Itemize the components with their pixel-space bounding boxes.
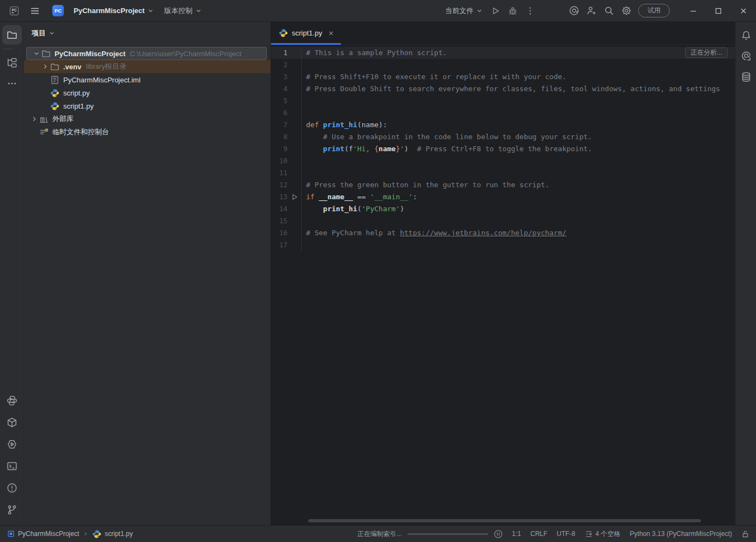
code-line[interactable]: 3# Press Shift+F10 to execute it or repl…	[271, 71, 735, 83]
breadcrumb-item[interactable]: script1.py	[92, 529, 133, 539]
close-button[interactable]	[731, 0, 756, 22]
gutter[interactable]	[287, 131, 302, 143]
more-actions-button[interactable]	[521, 2, 539, 20]
code-line[interactable]: 9 print(f'Hi, {name}') # Press Ctrl+F8 t…	[271, 143, 735, 155]
code-text: print(f'Hi, {name}') # Press Ctrl+F8 to …	[302, 143, 592, 155]
tree-row[interactable]: PyCharmMiscProject.iml	[24, 73, 271, 86]
gutter[interactable]	[287, 191, 302, 203]
structure-icon	[7, 57, 17, 68]
run-gutter-icon[interactable]	[291, 193, 298, 201]
code-with-me-button[interactable]	[583, 2, 600, 20]
gutter[interactable]	[287, 167, 302, 179]
chevron-down-icon[interactable]	[32, 49, 41, 58]
code-line[interactable]: 2	[271, 59, 735, 71]
code-line[interactable]: 17	[271, 239, 735, 251]
window-app-icon[interactable]: PC	[5, 2, 23, 20]
ai-assistant-tool-button[interactable]	[737, 47, 755, 65]
maximize-button[interactable]	[706, 0, 731, 22]
code-line[interactable]: 11	[271, 167, 735, 179]
trial-button[interactable]: 试用	[638, 4, 670, 17]
code-text: if __name__ == '__main__':	[302, 191, 417, 203]
code-line[interactable]: 4# Press Double Shift to search everywhe…	[271, 83, 735, 95]
notifications-button[interactable]	[737, 27, 755, 44]
iml-icon	[50, 75, 59, 85]
chevron-down-sm-icon	[195, 7, 202, 15]
code-editor[interactable]: 1# This is a sample Python script.正在分析..…	[271, 45, 735, 525]
search-button[interactable]	[600, 2, 617, 20]
gutter[interactable]	[287, 119, 302, 131]
main-menu-button[interactable]	[26, 2, 44, 20]
code-line[interactable]: 6	[271, 107, 735, 119]
project-panel-header[interactable]: 项目	[24, 22, 271, 44]
ai-assistant-button[interactable]	[565, 2, 583, 20]
code-line[interactable]: 15	[271, 215, 735, 227]
gutter[interactable]	[287, 227, 302, 239]
gutter[interactable]	[287, 107, 302, 119]
python-console-button[interactable]	[2, 391, 22, 410]
gutter[interactable]	[287, 215, 302, 227]
problems-button[interactable]	[2, 478, 22, 498]
readonly-toggle[interactable]	[741, 530, 749, 538]
python-packages-button[interactable]	[2, 413, 22, 432]
module-icon	[7, 530, 15, 538]
line-number: 8	[271, 131, 287, 143]
structure-tool-button[interactable]	[2, 53, 22, 73]
vcs-selector[interactable]: 版本控制	[161, 4, 206, 18]
python-packages-icon	[7, 417, 17, 428]
run-button[interactable]	[487, 2, 504, 20]
gutter[interactable]	[287, 239, 302, 251]
project-tool-button[interactable]	[2, 25, 22, 45]
gutter[interactable]	[287, 95, 302, 107]
tab-script1[interactable]: script1.py	[271, 22, 341, 44]
gutter[interactable]	[287, 155, 302, 167]
python-interpreter[interactable]: Python 3.13 (PyCharmMiscProject)	[630, 530, 732, 538]
code-line[interactable]: 14 print_hi('PyCharm')	[271, 203, 735, 215]
gutter[interactable]	[287, 203, 302, 215]
code-line[interactable]: 12# Press the green button in the gutter…	[271, 179, 735, 191]
gutter[interactable]	[287, 83, 302, 95]
more-tools-button[interactable]	[2, 74, 22, 93]
horizontal-scrollbar[interactable]	[308, 519, 701, 522]
database-tool-button[interactable]	[737, 68, 755, 86]
indexing-progress: 正在编制索引...	[357, 529, 503, 539]
code-line[interactable]: 10	[271, 155, 735, 167]
tree-row[interactable]: script.py	[24, 86, 271, 99]
scratch-icon	[39, 128, 49, 137]
code-line[interactable]: 13if __name__ == '__main__':	[271, 191, 735, 203]
version-control-button[interactable]	[2, 500, 22, 520]
tab-close-icon[interactable]	[327, 29, 335, 38]
services-button[interactable]	[2, 434, 22, 454]
settings-icon	[621, 5, 632, 16]
tree-row[interactable]: 外部库	[24, 112, 271, 126]
code-line[interactable]: 1# This is a sample Python script.正在分析..…	[271, 47, 735, 59]
code-line[interactable]: 7def print_hi(name):	[271, 119, 735, 131]
tree-row[interactable]: 临时文件和控制台	[24, 126, 271, 139]
terminal-button[interactable]	[2, 456, 22, 476]
minimize-button[interactable]	[681, 0, 706, 22]
breadcrumb-item[interactable]: PyCharmMiscProject	[7, 530, 79, 538]
line-separator[interactable]: CRLF	[530, 530, 547, 538]
code-line[interactable]: 16# See PyCharm help at https://www.jetb…	[271, 227, 735, 239]
project-selector[interactable]: PyCharmMiscProject	[70, 4, 158, 17]
tree-row[interactable]: script1.py	[24, 99, 271, 112]
gutter[interactable]	[287, 179, 302, 191]
gutter[interactable]	[287, 71, 302, 83]
file-encoding[interactable]: UTF-8	[557, 530, 575, 538]
code-line[interactable]: 8 # Use a breakpoint in the code line be…	[271, 131, 735, 143]
caret-position[interactable]: 1:1	[512, 530, 521, 538]
gutter[interactable]	[287, 47, 302, 59]
tree-row[interactable]: .venvlibrary根目录	[24, 60, 271, 73]
indent-style[interactable]: 4 个空格	[585, 529, 621, 539]
pause-icon[interactable]	[494, 529, 503, 539]
more-h-icon	[7, 78, 17, 89]
debug-button[interactable]	[504, 2, 521, 20]
run-config-selector[interactable]: 当前文件	[442, 4, 487, 18]
gutter[interactable]	[287, 59, 302, 71]
problems-icon	[7, 483, 17, 493]
tree-row[interactable]: PyCharmMiscProjectC:\Users\user\PyCharmM…	[26, 47, 267, 60]
settings-button[interactable]	[617, 2, 635, 20]
gutter[interactable]	[287, 143, 302, 155]
chevron-right-icon[interactable]	[30, 115, 39, 123]
code-line[interactable]: 5	[271, 95, 735, 107]
chevron-right-icon[interactable]	[41, 62, 50, 71]
